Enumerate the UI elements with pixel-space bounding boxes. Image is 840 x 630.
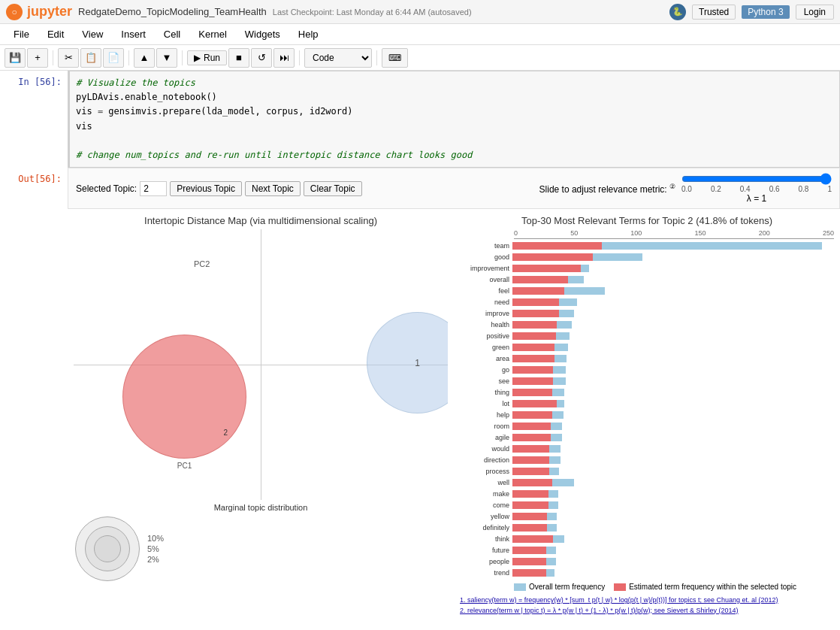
bar-label-improve: improve [460, 310, 512, 317]
bar-selected-make [512, 490, 548, 498]
bar-track-good [512, 253, 834, 261]
bar-selected-feel [512, 287, 564, 295]
bar-row-people: people [460, 556, 834, 567]
menu-view[interactable]: View [74, 27, 110, 41]
bar-selected-well [512, 479, 552, 486]
menu-cell[interactable]: Cell [156, 27, 188, 41]
menu-help[interactable]: Help [291, 27, 326, 41]
bubble-topic-2[interactable]: PC1 2 [122, 335, 246, 459]
bar-label-room: room [460, 423, 512, 430]
ref-1-link[interactable]: 1. saliency(term w) = frequency(w) * [su… [460, 596, 778, 604]
selected-topic-input[interactable] [140, 181, 167, 196]
ref-2-link[interactable]: 2. relevance(term w | topic t) = λ * p(w… [460, 607, 739, 614]
bar-track-make [512, 490, 834, 498]
charts-row: Intertopic Distance Map (via multidimens… [68, 209, 840, 622]
add-cell-button[interactable]: + [27, 48, 48, 68]
bar-track-improvement [512, 265, 834, 272]
legend-overall: Overall term frequency [514, 583, 605, 591]
slider-labels: 0.0 0.2 0.4 0.6 0.8 1 [681, 185, 832, 193]
in-label: In [56]: [0, 71, 68, 168]
out-label: Out[56]: [0, 168, 68, 622]
separator2 [128, 50, 129, 65]
bar-selected-room [512, 423, 551, 430]
bar-track-positive [512, 332, 834, 340]
controls-row: Selected Topic: Previous Topic Next Topi… [68, 168, 840, 209]
separator4 [299, 50, 300, 65]
bar-selected-thing [512, 389, 552, 396]
menu-widgets[interactable]: Widgets [237, 27, 288, 41]
bar-label-thing: thing [460, 389, 512, 396]
bar-selected-yellow [512, 513, 547, 520]
bar-row-room: room [460, 421, 834, 432]
clear-topic-button[interactable]: Clear Topic [304, 181, 362, 196]
restart-button[interactable]: ↺ [251, 48, 272, 68]
menu-insert[interactable]: Insert [113, 27, 153, 41]
copy-button[interactable]: 📋 [80, 48, 101, 68]
bar-selected-direction [512, 456, 549, 464]
axis-vertical [261, 229, 261, 500]
bar-track-think [512, 535, 834, 543]
menu-edit[interactable]: Edit [40, 27, 71, 41]
bar-chart: team good improvement overall [460, 241, 834, 578]
bar-selected-trend [512, 569, 546, 577]
save-button[interactable]: 💾 [5, 48, 26, 68]
next-topic-button[interactable]: Next Topic [245, 181, 301, 196]
relevance-control: Slide to adjust relevance metric: ② 0.0 … [539, 173, 832, 204]
cell-type-select[interactable]: Code Markdown Raw [304, 48, 372, 68]
bar-row-feel: feel [460, 286, 834, 296]
move-up-button[interactable]: ▲ [134, 48, 155, 68]
previous-topic-button[interactable]: Previous Topic [170, 181, 242, 196]
bar-track-go [512, 366, 834, 374]
axis-line [514, 238, 834, 239]
bar-label-trend: trend [460, 569, 512, 577]
trusted-button[interactable]: Trusted [692, 5, 736, 20]
bar-label-lot: lot [460, 400, 512, 407]
bar-row-improve: improve [460, 308, 834, 319]
marginal-label-5: 5% [147, 544, 164, 553]
bar-selected-good [512, 253, 593, 261]
code-line-3: vis = gensimvis.prepare(lda_model, corpu… [76, 104, 833, 119]
move-down-button[interactable]: ▼ [156, 48, 177, 68]
bar-row-positive: positive [460, 331, 834, 341]
bar-selected-area [512, 355, 554, 362]
paste-button[interactable]: 📄 [103, 48, 124, 68]
marginal-labels: 10% 5% 2% [147, 534, 164, 564]
bubble-2-label-pc1: PC1 [177, 462, 192, 470]
run-button[interactable]: ▶ Run [187, 50, 227, 65]
lambda-slider[interactable] [681, 173, 832, 185]
output-content: Selected Topic: Previous Topic Next Topi… [68, 168, 840, 622]
menu-file[interactable]: File [6, 27, 37, 41]
tick-08: 0.8 [799, 185, 809, 193]
bar-selected-overall [512, 276, 568, 283]
jupyter-logo: ○ jupyter [6, 4, 72, 20]
bar-row-well: well [460, 477, 834, 488]
bar-selected-improve [512, 310, 559, 317]
bubble-topic-1[interactable]: 1 [367, 312, 448, 413]
menu-kernel[interactable]: Kernel [191, 27, 234, 41]
bar-selected-see [512, 377, 553, 385]
bar-selected-lot [512, 400, 557, 407]
bar-selected-green [512, 344, 554, 351]
bar-selected-health [512, 321, 557, 329]
login-button[interactable]: Login [796, 5, 834, 20]
bar-track-room [512, 423, 834, 430]
bar-row-agile: agile [460, 432, 834, 443]
separator1 [53, 50, 53, 65]
stop-button[interactable]: ■ [228, 48, 249, 68]
bar-label-think: think [460, 535, 512, 543]
separator3 [182, 50, 183, 65]
keyboard-shortcut-button[interactable]: ⌨ [382, 48, 408, 68]
tick-0: 0.0 [681, 185, 692, 193]
ldavis-container: Selected Topic: Previous Topic Next Topi… [68, 168, 840, 622]
bar-selected-need [512, 298, 559, 306]
tick-0-label: 0 [514, 229, 518, 237]
intertopic-title: Intertopic Distance Map (via multidimens… [74, 215, 448, 226]
code-line-4: vis [76, 120, 833, 134]
bar-selected-come [512, 501, 548, 509]
topterms-title: Top-30 Most Relevant Terms for Topic 2 (… [460, 215, 834, 226]
cut-button[interactable]: ✂ [58, 48, 79, 68]
bar-selected-team [512, 242, 602, 250]
legend-overall-label: Overall term frequency [529, 583, 605, 591]
code-cell[interactable]: # Visualize the topics pyLDAvis.enable_n… [68, 71, 840, 168]
restart-run-button[interactable]: ⏭ [273, 48, 295, 68]
